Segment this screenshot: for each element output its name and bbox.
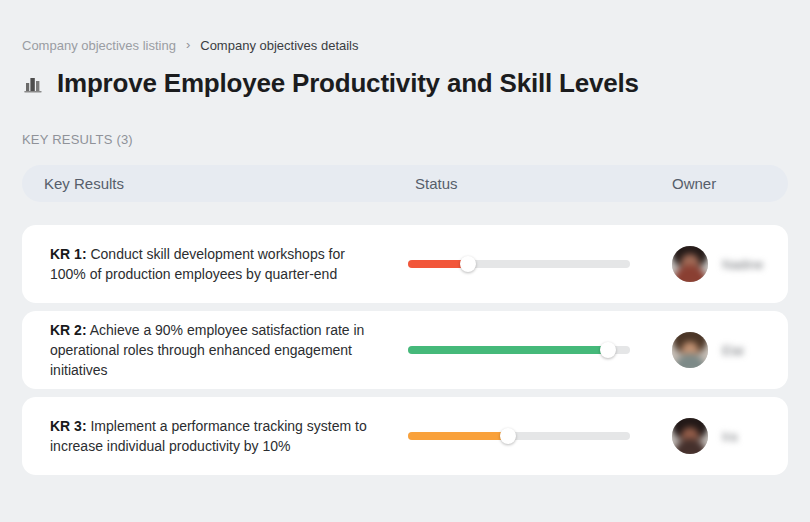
- avatar: [672, 418, 708, 454]
- owner-cell: Ira: [630, 418, 788, 454]
- kr-description: Implement a performance tracking system …: [50, 418, 367, 454]
- breadcrumb: Company objectives listing › Company obj…: [22, 38, 788, 53]
- key-result-row-3[interactable]: KR 3: Implement a performance tracking s…: [22, 397, 788, 475]
- table-header: Key Results Status Owner: [22, 165, 788, 202]
- key-results-count-label: KEY RESULTS (3): [22, 132, 788, 147]
- progress-fill: [408, 260, 468, 268]
- column-header-status: Status: [408, 175, 630, 192]
- progress-slider[interactable]: [408, 256, 630, 272]
- kr-label: KR 1:: [50, 246, 87, 262]
- kr-description: Conduct skill development workshops for …: [50, 246, 345, 282]
- progress-slider[interactable]: [408, 428, 630, 444]
- kr-description: Achieve a 90% employee satisfaction rate…: [50, 322, 364, 378]
- avatar: [672, 332, 708, 368]
- objective-details-page: Company objectives listing › Company obj…: [0, 0, 810, 475]
- kr-label: KR 2:: [50, 322, 87, 338]
- progress-fill: [408, 346, 608, 354]
- kr-label: KR 3:: [50, 418, 87, 434]
- owner-cell: Nadine: [630, 246, 788, 282]
- breadcrumb-link-listing[interactable]: Company objectives listing: [22, 38, 176, 53]
- column-header-key-results: Key Results: [22, 175, 408, 192]
- key-result-text: KR 1: Conduct skill development workshop…: [22, 244, 408, 284]
- progress-slider[interactable]: [408, 342, 630, 358]
- column-header-owner: Owner: [630, 175, 788, 192]
- key-result-row-2[interactable]: KR 2: Achieve a 90% employee satisfactio…: [22, 311, 788, 389]
- owner-name: Ira: [722, 429, 737, 444]
- key-results-list: KR 1: Conduct skill development workshop…: [22, 225, 788, 475]
- key-result-text: KR 3: Implement a performance tracking s…: [22, 416, 408, 456]
- progress-fill: [408, 432, 508, 440]
- owner-cell: Elai: [630, 332, 788, 368]
- breadcrumb-current-details: Company objectives details: [200, 38, 358, 53]
- avatar: [672, 246, 708, 282]
- key-result-row-1[interactable]: KR 1: Conduct skill development workshop…: [22, 225, 788, 303]
- owner-name: Nadine: [722, 257, 763, 272]
- owner-name: Elai: [722, 343, 744, 358]
- page-title: Improve Employee Productivity and Skill …: [57, 68, 639, 99]
- title-row: Improve Employee Productivity and Skill …: [22, 68, 788, 99]
- progress-knob[interactable]: [500, 428, 516, 444]
- progress-knob[interactable]: [600, 342, 616, 358]
- progress-knob[interactable]: [460, 256, 476, 272]
- buildings-chart-icon: [22, 72, 46, 96]
- key-result-text: KR 2: Achieve a 90% employee satisfactio…: [22, 320, 408, 380]
- chevron-right-icon: ›: [186, 38, 190, 51]
